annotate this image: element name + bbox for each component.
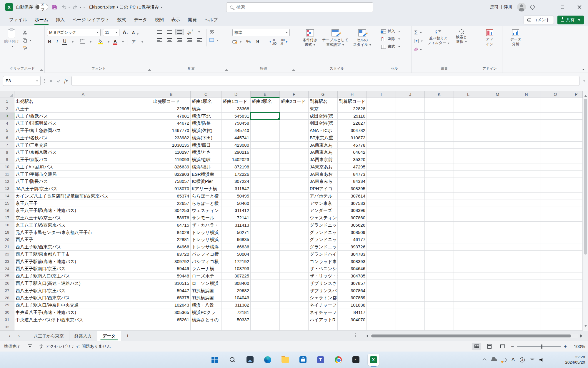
cell-C23[interactable]: パシフィコ横	[191, 258, 221, 265]
cell-M27[interactable]	[483, 287, 512, 295]
cell-P17[interactable]	[570, 214, 583, 222]
cell-G31[interactable]: ハイアットR	[309, 316, 338, 324]
close-button[interactable]	[573, 0, 586, 14]
align-center-button[interactable]	[165, 37, 173, 43]
cell-G2[interactable]: 東京	[309, 105, 338, 113]
cell-E9[interactable]	[251, 156, 280, 163]
page-layout-view-button[interactable]	[485, 343, 494, 350]
cell-N1[interactable]	[512, 98, 541, 105]
cell-J24[interactable]	[396, 265, 425, 272]
cell-C21[interactable]: トレッサ横浜	[191, 243, 221, 251]
cell-B13[interactable]: 913070	[152, 185, 191, 193]
cell-A27[interactable]: 西八王子駅入口/京王バス	[14, 287, 152, 295]
cell-P13[interactable]	[570, 185, 583, 193]
cell-C20[interactable]: トレッサ横浜	[191, 236, 221, 243]
cell-H13[interactable]: 308395	[338, 185, 367, 193]
cell-L8[interactable]	[454, 149, 483, 156]
cell-K17[interactable]	[425, 214, 454, 222]
cell-O1[interactable]	[541, 98, 570, 105]
cell-D24[interactable]: 103793	[221, 265, 251, 272]
start-button[interactable]	[209, 354, 221, 366]
font-color-dropdown-icon[interactable]	[122, 41, 124, 44]
cell-F20[interactable]	[280, 236, 309, 243]
cell-C17[interactable]: サンモール	[191, 214, 221, 222]
cell-P30[interactable]	[570, 309, 583, 316]
cell-K23[interactable]	[425, 258, 454, 265]
cell-H25[interactable]: 304785	[338, 272, 367, 280]
row-header-20[interactable]: 20	[0, 236, 14, 243]
cell-B31[interactable]: 65261	[152, 316, 191, 324]
row-header-12[interactable]: 12	[0, 178, 14, 185]
cell-D10[interactable]: 872198	[221, 163, 251, 171]
cell-C24[interactable]: ラムーナ横	[191, 265, 221, 272]
cell-L20[interactable]	[454, 236, 483, 243]
cell-L27[interactable]	[454, 287, 483, 295]
cell-M22[interactable]	[483, 251, 512, 258]
cell-K7[interactable]	[425, 142, 454, 149]
cell-M29[interactable]	[483, 302, 512, 309]
cell-H7[interactable]: 46778	[338, 142, 367, 149]
menu-tab-ページ レイアウト[interactable]: ページ レイアウト	[69, 15, 114, 26]
cell-C18[interactable]: ザ・カハラ・	[191, 222, 221, 229]
cell-O8[interactable]	[541, 149, 570, 156]
cell-F28[interactable]	[280, 294, 309, 302]
cell-O32[interactable]	[541, 323, 570, 331]
row-header-8[interactable]: 8	[0, 149, 14, 156]
cell-H22[interactable]: 304783	[338, 251, 367, 258]
cell-J2[interactable]	[396, 105, 425, 113]
edge-button[interactable]	[262, 354, 274, 366]
cell-H15[interactable]: 307533	[338, 200, 367, 207]
cell-J4[interactable]	[396, 120, 425, 127]
cell-B16[interactable]: 304253	[152, 207, 191, 214]
font-name-select[interactable]: M S Pゴシック	[47, 29, 101, 36]
cell-F29[interactable]	[280, 302, 309, 309]
cell-P26[interactable]	[570, 280, 583, 287]
align-right-button[interactable]	[175, 37, 183, 43]
cell-B27[interactable]: 59447	[152, 287, 191, 295]
cell-J14[interactable]	[396, 193, 425, 200]
cell-M15[interactable]	[483, 200, 512, 207]
cell-K16[interactable]	[425, 207, 454, 214]
cell-D12[interactable]: 307224	[221, 178, 251, 185]
cell-O7[interactable]	[541, 142, 570, 149]
cell-I14[interactable]	[367, 193, 396, 200]
cell-J28[interactable]	[396, 294, 425, 302]
cell-D2[interactable]: 23368	[221, 105, 251, 113]
cell-K28[interactable]	[425, 294, 454, 302]
cell-I23[interactable]	[367, 258, 396, 265]
cell-I5[interactable]	[367, 127, 396, 134]
cell-M32[interactable]	[483, 323, 512, 331]
wrap-text-button[interactable]	[209, 29, 218, 35]
cell-H11[interactable]: 84773	[338, 171, 367, 178]
cell-G28[interactable]: シェラトン都	[309, 294, 338, 302]
cell-J3[interactable]	[396, 113, 425, 120]
cell-L25[interactable]	[454, 272, 483, 280]
cell-B15[interactable]: 22657	[152, 200, 191, 207]
menu-tab-ヘルプ[interactable]: ヘルプ	[200, 15, 221, 26]
zoom-slider-thumb[interactable]	[541, 344, 542, 349]
redo-button[interactable]	[72, 2, 82, 12]
cell-E14[interactable]	[251, 193, 280, 200]
cell-B8[interactable]: 110297	[152, 149, 191, 156]
cell-O10[interactable]	[541, 163, 570, 171]
borders-button[interactable]	[80, 39, 85, 44]
cell-N6[interactable]	[512, 134, 541, 142]
cell-L11[interactable]	[454, 171, 483, 178]
cell-G10[interactable]: JA東京あお	[309, 163, 338, 171]
cell-N21[interactable]	[512, 243, 541, 251]
cell-H8[interactable]: 64642	[338, 149, 367, 156]
cell-F18[interactable]	[280, 222, 309, 229]
cell-B7[interactable]: 1038135	[152, 142, 191, 149]
cell-L22[interactable]	[454, 251, 483, 258]
select-all-corner[interactable]	[0, 91, 14, 98]
taskbar-clock[interactable]: 22:28 2024/05/20	[565, 352, 585, 368]
cell-P10[interactable]	[570, 163, 583, 171]
row-header-7[interactable]: 7	[0, 142, 14, 149]
cell-I9[interactable]	[367, 156, 396, 163]
orientation-dropdown-icon[interactable]	[198, 31, 200, 34]
row-header-29[interactable]: 29	[0, 302, 14, 309]
cell-A31[interactable]: 中央道八王子バス停下/西東京バス	[14, 316, 152, 324]
zoom-out-button[interactable]: −	[511, 344, 514, 349]
cell-P25[interactable]	[570, 272, 583, 280]
pen-icon[interactable]: J	[520, 357, 525, 362]
